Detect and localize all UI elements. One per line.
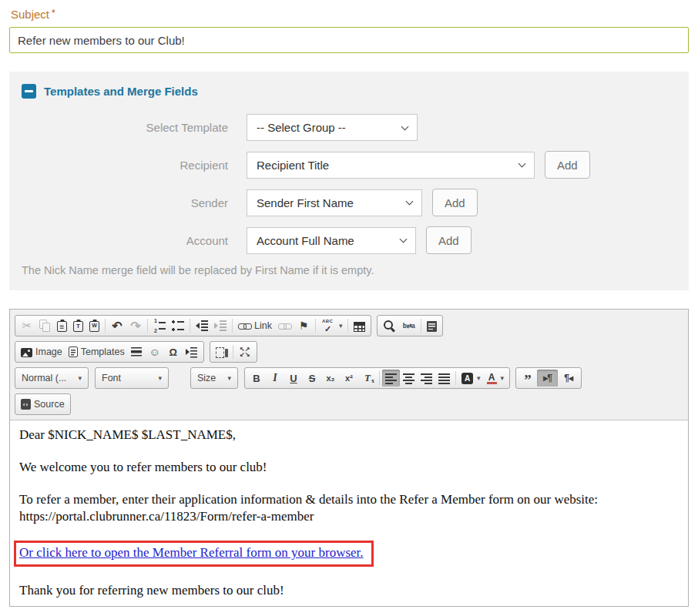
superscript-button[interactable]: x²: [340, 370, 358, 387]
paste-button[interactable]: [54, 317, 70, 334]
chevron-down-icon: [400, 236, 408, 243]
chevron-down-icon: [406, 198, 414, 206]
italic-button[interactable]: I: [266, 370, 284, 387]
merge-field-row-select-template: Select Template-- Select Group --: [22, 114, 676, 141]
recipient-add-button[interactable]: Add: [545, 151, 590, 179]
editor-content-area[interactable]: Dear $NICK_NAME$ $LAST_NAME$,We welcome …: [10, 420, 688, 606]
recipient-dropdown[interactable]: Recipient Title: [247, 152, 535, 179]
align-right-icon: [421, 372, 432, 384]
collapse-minus-icon[interactable]: [22, 84, 36, 99]
maximize-icon: ↖↗ ↙↘: [239, 346, 251, 358]
paste-text-icon: [73, 321, 83, 332]
undo-button[interactable]: ↶: [108, 317, 126, 334]
image-icon: [21, 348, 32, 357]
paste-word-button[interactable]: [86, 317, 102, 334]
horizontal-rule-button[interactable]: [128, 343, 146, 360]
recipient-selected-value: Recipient Title: [257, 159, 329, 172]
source-button[interactable]: Source: [18, 397, 68, 412]
chevron-down-icon: ▾: [339, 322, 343, 330]
toolbar-separator: [315, 319, 316, 333]
show-blocks-button[interactable]: [213, 344, 230, 360]
align-justify-button[interactable]: [435, 370, 453, 387]
select-all-button[interactable]: [424, 318, 440, 334]
toolbar-separator: [105, 319, 106, 333]
templates-button-label: Templates: [81, 346, 125, 357]
font-size-label: Size: [197, 373, 216, 383]
numbered-list-button[interactable]: [150, 317, 169, 334]
smiley-icon: ☺: [149, 346, 161, 358]
editor-paragraph: Thank you for referring new members to o…: [19, 582, 679, 599]
member-referral-link[interactable]: Or click here to open the Member Referra…: [19, 545, 364, 560]
subject-input[interactable]: [9, 27, 689, 53]
sender-dropdown[interactable]: Sender First Name: [247, 189, 422, 216]
font-size-dropdown[interactable]: Size▾: [190, 367, 238, 389]
underline-icon: U: [287, 372, 300, 384]
paste-text-button[interactable]: [70, 317, 86, 334]
table-button[interactable]: [351, 318, 368, 334]
show-blocks-icon: [216, 347, 224, 358]
unlink-icon: [278, 320, 291, 332]
editor-paragraph: Or click here to open the Member Referra…: [19, 541, 679, 567]
table-icon: [354, 322, 365, 332]
undo-icon: ↶: [111, 320, 123, 332]
templates-button[interactable]: Templates: [65, 344, 128, 360]
spellcheck-button[interactable]: ▾: [318, 317, 346, 334]
templates-icon: [69, 346, 78, 357]
align-left-button[interactable]: [382, 370, 400, 387]
cut-icon: ✂: [21, 320, 33, 332]
textcolor-button[interactable]: A▾: [484, 370, 508, 387]
bold-icon: B: [250, 372, 263, 384]
panel-header: Templates and Merge Fields: [22, 84, 676, 99]
merge-field-row-recipient: RecipientRecipient TitleAdd: [22, 151, 676, 179]
paragraph-format-dropdown[interactable]: Normal (...▾: [15, 367, 89, 389]
smiley-button[interactable]: ☺: [146, 343, 164, 360]
toolbar-separator: [147, 319, 148, 333]
bgcolor-button[interactable]: A▾: [458, 370, 484, 387]
account-add-button[interactable]: Add: [426, 226, 471, 254]
select-template-dropdown[interactable]: -- Select Group --: [247, 114, 418, 141]
font-dropdown[interactable]: Font▾: [95, 367, 169, 389]
redo-icon: ↷: [129, 320, 142, 332]
special-char-button[interactable]: Ω: [164, 343, 183, 360]
redo-button: ↷: [126, 317, 145, 334]
strike-icon: S: [306, 372, 318, 384]
account-dropdown[interactable]: Account Full Name: [247, 227, 416, 254]
maximize-button[interactable]: ↖↗ ↙↘: [236, 343, 254, 360]
anchor-button[interactable]: ⚑: [294, 317, 313, 334]
align-center-button[interactable]: [400, 370, 418, 387]
chevron-down-icon: ▾: [477, 374, 481, 382]
underline-button[interactable]: U: [284, 370, 303, 387]
bulleted-list-icon: [172, 320, 184, 332]
image-button[interactable]: Image: [18, 344, 65, 360]
bulleted-list-button[interactable]: [169, 317, 187, 334]
blockquote-icon: ”: [522, 372, 534, 384]
chevron-down-icon: ▾: [501, 374, 505, 382]
editor-paragraph-line: To refer a member, enter their applicati…: [19, 492, 598, 507]
select-template-label: Select Template: [22, 121, 228, 134]
outdent-button[interactable]: [193, 317, 211, 334]
page-break-button[interactable]: [183, 343, 201, 360]
subscript-button[interactable]: x₂: [321, 370, 340, 387]
toolbar-row-1: ✂↶↷Link⚑▾b⇄a: [15, 315, 683, 336]
merge-field-row-sender: SenderSender First NameAdd: [22, 189, 676, 216]
find-button[interactable]: [380, 317, 398, 334]
remove-format-button[interactable]: T: [358, 370, 377, 387]
page-break-icon: [186, 346, 198, 358]
strike-button[interactable]: S: [303, 370, 321, 387]
editor-toolbar: ✂↶↷Link⚑▾b⇄aImageTemplates☺Ω↖↗ ↙↘Normal …: [10, 310, 688, 420]
ltr-button[interactable]: ▸¶: [537, 370, 558, 387]
bold-button[interactable]: B: [247, 370, 266, 387]
textcolor-icon: A: [487, 373, 497, 384]
paragraph-format-label: Normal (...: [22, 373, 66, 383]
horizontal-rule-icon: [131, 346, 143, 358]
blockquote-button[interactable]: ”: [518, 370, 537, 387]
bgcolor-icon: A: [461, 373, 473, 384]
rtl-button[interactable]: ¶◂: [558, 370, 579, 387]
toolbar-separator: [232, 319, 233, 333]
toolbar-separator: [347, 319, 348, 333]
link-button[interactable]: Link: [235, 317, 275, 334]
source-icon: [21, 399, 31, 410]
replace-button[interactable]: b⇄a: [398, 317, 418, 334]
sender-add-button[interactable]: Add: [432, 189, 478, 216]
align-right-button[interactable]: [418, 370, 435, 387]
